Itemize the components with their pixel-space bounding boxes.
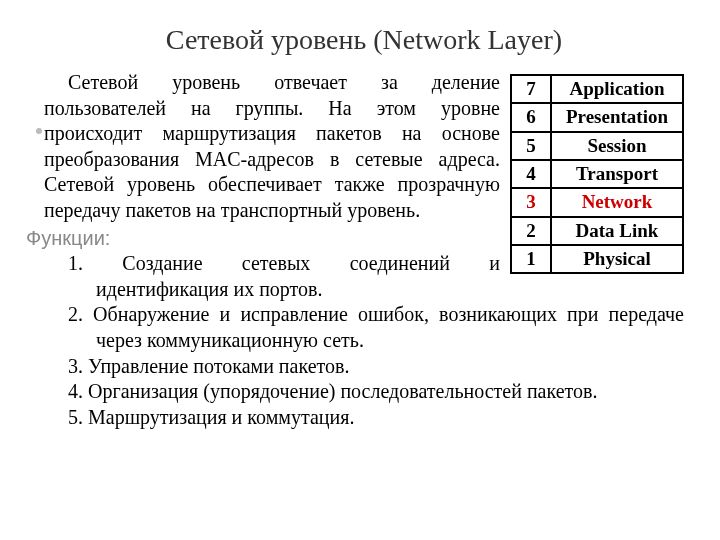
osi-num: 2 (511, 217, 551, 245)
osi-name: Data Link (551, 217, 683, 245)
osi-table-body: 7Application 6Presentation 5Session 4Tra… (511, 75, 683, 273)
osi-name: Transport (551, 160, 683, 188)
osi-num: 3 (511, 188, 551, 216)
osi-row: 7Application (511, 75, 683, 103)
osi-row: 5Session (511, 132, 683, 160)
osi-name: Physical (551, 245, 683, 273)
osi-name: Presentation (551, 103, 683, 131)
osi-name: Application (551, 75, 683, 103)
content-area: 7Application 6Presentation 5Session 4Tra… (44, 70, 684, 430)
osi-row: 4Transport (511, 160, 683, 188)
osi-row: 2Data Link (511, 217, 683, 245)
list-item: Обнаружение и исправление ошибок, возник… (44, 302, 684, 353)
osi-row: 6Presentation (511, 103, 683, 131)
list-item: Маршрутизация и коммутация. (44, 405, 684, 431)
osi-num: 6 (511, 103, 551, 131)
osi-num: 1 (511, 245, 551, 273)
osi-num: 7 (511, 75, 551, 103)
osi-row: 1Physical (511, 245, 683, 273)
page-title: Сетевой уровень (Network Layer) (44, 24, 684, 56)
list-item: Организация (упорядочение) последователь… (44, 379, 684, 405)
list-item: Управление потоками пакетов. (44, 354, 684, 380)
osi-table: 7Application 6Presentation 5Session 4Tra… (510, 74, 684, 274)
osi-name-highlight: Network (551, 188, 683, 216)
functions-list: Создание сетевых соединений и идентифика… (44, 251, 684, 430)
osi-num: 4 (511, 160, 551, 188)
decorative-dot (36, 128, 42, 134)
osi-name: Session (551, 132, 683, 160)
osi-row: 3Network (511, 188, 683, 216)
osi-num: 5 (511, 132, 551, 160)
